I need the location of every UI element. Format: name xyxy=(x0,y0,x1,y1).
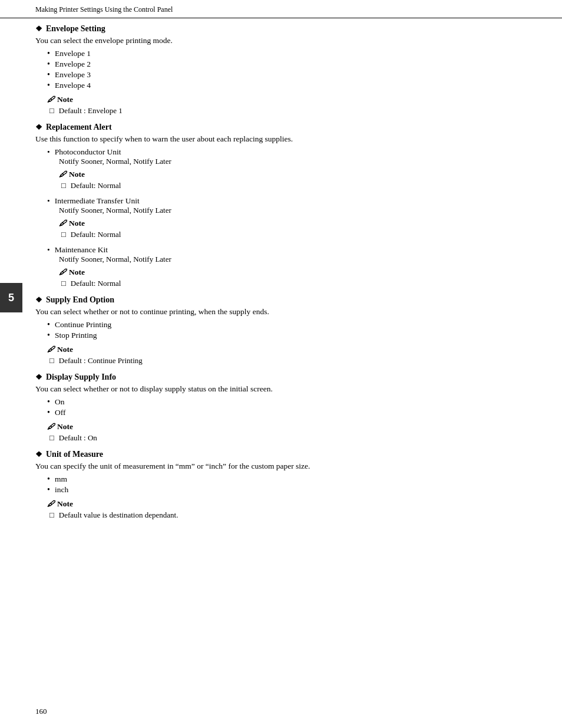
section-title-replacement: ❖ Replacement Alert xyxy=(35,123,527,132)
main-content: ❖ Envelope Setting You can select the en… xyxy=(0,24,562,551)
replacement-alert-desc: Use this function to specify when to war… xyxy=(35,134,527,144)
chapter-number: 5 xyxy=(8,292,14,304)
header-text: Making Printer Settings Using the Contro… xyxy=(35,5,173,14)
chapter-tab: 5 xyxy=(0,283,22,312)
note-word: Note xyxy=(69,170,85,179)
checkbox-icon: □ xyxy=(61,230,66,239)
note-unit: 🖊 Note □ Default value is destination de… xyxy=(47,499,527,520)
intermediate-subtext: Notify Sooner, Normal, Notify Later xyxy=(59,206,527,215)
diamond-icon-replacement: ❖ xyxy=(35,123,42,132)
diamond-icon-envelope: ❖ xyxy=(35,24,42,34)
section-title-supply-end: ❖ Supply End Option xyxy=(35,295,527,305)
page-container: Making Printer Settings Using the Contro… xyxy=(0,0,562,728)
supply-end-bullets: Continue Printing Stop Printing xyxy=(47,320,527,340)
note-icon: 🖊 xyxy=(59,219,67,228)
note-icon: 🖊 xyxy=(47,95,55,104)
note-text: Default: Normal xyxy=(71,230,121,239)
note-label: 🖊 Note xyxy=(59,268,527,277)
note-item: □ Default: Normal xyxy=(61,230,527,239)
checkbox-icon: □ xyxy=(49,356,54,365)
section-title-unit: ❖ Unit of Measure xyxy=(35,450,527,459)
note-text: Default : Envelope 1 xyxy=(59,106,123,116)
list-item: On xyxy=(47,397,527,407)
section-replacement-alert: ❖ Replacement Alert Use this function to… xyxy=(35,123,527,288)
checkbox-icon: □ xyxy=(49,433,54,443)
note-word: Note xyxy=(57,499,73,509)
note-envelope: 🖊 Note □ Default : Envelope 1 xyxy=(47,95,527,116)
page-header: Making Printer Settings Using the Contro… xyxy=(0,0,562,18)
note-item: □ Default : Envelope 1 xyxy=(49,106,527,116)
subsection-intermediate: Intermediate Transfer Unit Notify Sooner… xyxy=(47,196,527,239)
note-icon: 🖊 xyxy=(59,170,67,179)
note-text: Default: Normal xyxy=(71,279,121,288)
checkbox-icon: □ xyxy=(61,181,66,190)
section-envelope-setting: ❖ Envelope Setting You can select the en… xyxy=(35,24,527,116)
diamond-icon-supply-end: ❖ xyxy=(35,295,42,305)
note-text: Default : Continue Printing xyxy=(59,356,143,365)
maintenance-label: Maintenance Kit xyxy=(47,245,527,255)
checkbox-icon: □ xyxy=(49,510,54,520)
note-item: □ Default : Continue Printing xyxy=(49,356,527,365)
note-label: 🖊 Note xyxy=(47,95,527,104)
note-word: Note xyxy=(69,268,85,277)
list-item: Off xyxy=(47,408,527,417)
unit-of-measure-title: Unit of Measure xyxy=(46,450,103,459)
display-supply-desc: You can select whether or not to display… xyxy=(35,384,527,394)
maintenance-subtext: Notify Sooner, Normal, Notify Later xyxy=(59,255,527,264)
note-icon: 🖊 xyxy=(47,499,55,509)
list-item: mm xyxy=(47,475,527,484)
note-text: Default: Normal xyxy=(71,181,121,190)
note-word: Note xyxy=(57,345,73,354)
page-number: 160 xyxy=(35,707,47,716)
replacement-alert-title: Replacement Alert xyxy=(46,123,112,132)
supply-end-desc: You can select whether or not to continu… xyxy=(35,307,527,317)
section-title-display-supply: ❖ Display Supply Info xyxy=(35,373,527,382)
note-item: □ Default : On xyxy=(49,433,527,443)
list-item: Continue Printing xyxy=(47,320,527,330)
note-supply-end: 🖊 Note □ Default : Continue Printing xyxy=(47,345,527,365)
note-word: Note xyxy=(57,95,73,104)
note-icon: 🖊 xyxy=(47,345,55,354)
unit-bullets: mm inch xyxy=(47,475,527,495)
envelope-setting-title: Envelope Setting xyxy=(46,24,105,34)
list-item: Envelope 3 xyxy=(47,70,527,80)
display-supply-title: Display Supply Info xyxy=(46,373,116,382)
section-unit-of-measure: ❖ Unit of Measure You can specify the un… xyxy=(35,450,527,520)
photoconductor-label: Photoconductor Unit xyxy=(47,147,527,157)
note-word: Note xyxy=(57,422,73,431)
note-photoconductor: 🖊 Note □ Default: Normal xyxy=(59,170,527,190)
envelope-bullets: Envelope 1 Envelope 2 Envelope 3 Envelop… xyxy=(47,49,527,90)
note-icon: 🖊 xyxy=(59,268,67,277)
unit-of-measure-desc: You can specify the unit of measurement … xyxy=(35,462,527,471)
note-label: 🖊 Note xyxy=(47,499,527,509)
note-label: 🖊 Note xyxy=(59,219,527,228)
list-item: Envelope 2 xyxy=(47,60,527,69)
section-title-envelope: ❖ Envelope Setting xyxy=(35,24,527,34)
checkbox-icon: □ xyxy=(61,279,66,288)
diamond-icon-display-supply: ❖ xyxy=(35,373,42,382)
subsection-maintenance: Maintenance Kit Notify Sooner, Normal, N… xyxy=(47,245,527,288)
section-display-supply: ❖ Display Supply Info You can select whe… xyxy=(35,373,527,443)
note-item: □ Default: Normal xyxy=(61,279,527,288)
note-display-supply: 🖊 Note □ Default : On xyxy=(47,422,527,443)
note-maintenance: 🖊 Note □ Default: Normal xyxy=(59,268,527,288)
list-item: Stop Printing xyxy=(47,331,527,340)
note-label: 🖊 Note xyxy=(47,345,527,354)
note-text: Default value is destination dependant. xyxy=(59,510,178,520)
supply-end-title: Supply End Option xyxy=(46,295,114,305)
note-item: □ Default: Normal xyxy=(61,181,527,190)
subsection-photoconductor: Photoconductor Unit Notify Sooner, Norma… xyxy=(47,147,527,190)
display-supply-bullets: On Off xyxy=(47,397,527,417)
note-label: 🖊 Note xyxy=(59,170,527,179)
list-item: Envelope 4 xyxy=(47,81,527,90)
note-intermediate: 🖊 Note □ Default: Normal xyxy=(59,219,527,239)
section-supply-end: ❖ Supply End Option You can select wheth… xyxy=(35,295,527,365)
checkbox-icon: □ xyxy=(49,106,54,116)
note-item: □ Default value is destination dependant… xyxy=(49,510,527,520)
list-item: inch xyxy=(47,485,527,495)
intermediate-label: Intermediate Transfer Unit xyxy=(47,196,527,206)
envelope-setting-desc: You can select the envelope printing mod… xyxy=(35,36,527,45)
note-word: Note xyxy=(69,219,85,228)
note-label: 🖊 Note xyxy=(47,422,527,431)
note-icon: 🖊 xyxy=(47,422,55,431)
